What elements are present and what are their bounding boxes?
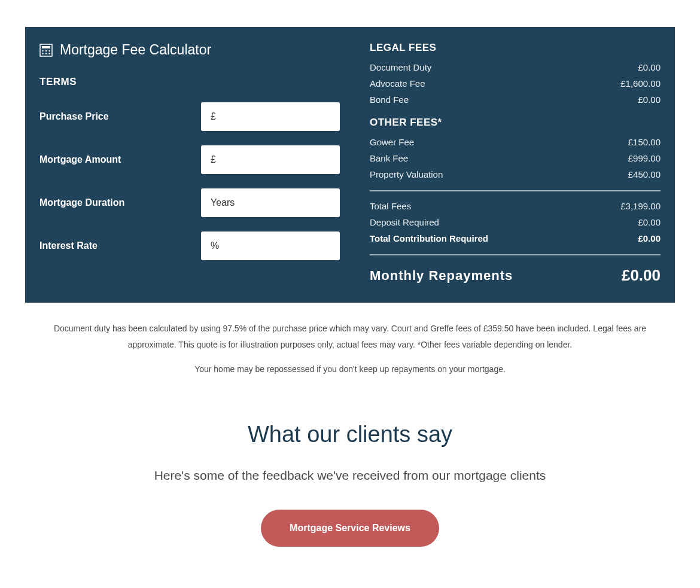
calculator-title-row: Mortgage Fee Calculator [39, 42, 340, 58]
mortgage-amount-label: Mortgage Amount [39, 154, 201, 165]
gower-fee-row: Gower Fee £150.00 [370, 137, 661, 147]
monthly-repayments-value: £0.00 [622, 266, 661, 285]
property-valuation-row: Property Valuation £450.00 [370, 169, 661, 179]
svg-point-4 [48, 50, 50, 51]
calculator-icon [39, 44, 53, 57]
svg-point-7 [48, 53, 50, 54]
bank-fee-label: Bank Fee [370, 153, 408, 163]
document-duty-row: Document Duty £0.00 [370, 62, 661, 72]
terms-column: Mortgage Fee Calculator TERMS Purchase P… [39, 42, 340, 285]
mortgage-reviews-button[interactable]: Mortgage Service Reviews [261, 510, 439, 547]
total-contribution-label: Total Contribution Required [370, 233, 488, 243]
total-contribution-value: £0.00 [638, 233, 661, 243]
bank-fee-row: Bank Fee £999.00 [370, 153, 661, 163]
svg-point-6 [45, 53, 47, 54]
deposit-required-row: Deposit Required £0.00 [370, 217, 661, 227]
purchase-price-row: Purchase Price [39, 102, 340, 131]
disclaimer-text-2: Your home may be repossessed if you don'… [36, 364, 664, 374]
terms-heading: TERMS [39, 76, 340, 88]
advocate-fee-label: Advocate Fee [370, 78, 425, 89]
calculator-title: Mortgage Fee Calculator [60, 42, 211, 58]
divider [370, 190, 661, 191]
monthly-repayments-label: Monthly Repayments [370, 268, 513, 284]
mortgage-duration-row: Mortgage Duration [39, 188, 340, 217]
svg-point-2 [42, 50, 43, 51]
deposit-required-value: £0.00 [638, 217, 661, 227]
mortgage-duration-label: Mortgage Duration [39, 197, 201, 208]
mortgage-amount-row: Mortgage Amount [39, 145, 340, 174]
advocate-fee-value: £1,600.00 [620, 78, 661, 89]
bond-fee-label: Bond Fee [370, 95, 409, 105]
deposit-required-label: Deposit Required [370, 217, 439, 227]
gower-fee-value: £150.00 [628, 137, 661, 147]
interest-rate-label: Interest Rate [39, 240, 201, 251]
other-fees-heading: OTHER FEES* [370, 117, 661, 129]
clients-subtitle: Here's some of the feedback we've receiv… [0, 468, 700, 483]
total-contribution-row: Total Contribution Required £0.00 [370, 233, 661, 243]
svg-point-3 [45, 50, 47, 51]
bank-fee-value: £999.00 [628, 153, 661, 163]
legal-fees-heading: LEGAL FEES [370, 42, 661, 54]
interest-rate-input[interactable] [201, 231, 340, 260]
total-fees-label: Total Fees [370, 201, 411, 211]
svg-rect-1 [42, 46, 50, 48]
monthly-repayments-row: Monthly Repayments £0.00 [370, 266, 661, 285]
mortgage-duration-input[interactable] [201, 188, 340, 217]
purchase-price-label: Purchase Price [39, 111, 201, 122]
gower-fee-label: Gower Fee [370, 137, 414, 147]
mortgage-amount-input[interactable] [201, 145, 340, 174]
total-fees-value: £3,199.00 [620, 201, 661, 211]
interest-rate-row: Interest Rate [39, 231, 340, 260]
advocate-fee-row: Advocate Fee £1,600.00 [370, 78, 661, 89]
total-fees-row: Total Fees £3,199.00 [370, 201, 661, 211]
bond-fee-value: £0.00 [638, 95, 661, 105]
divider [370, 254, 661, 255]
document-duty-label: Document Duty [370, 62, 431, 72]
svg-point-5 [42, 53, 43, 54]
document-duty-value: £0.00 [638, 62, 661, 72]
calculator-panel: Mortgage Fee Calculator TERMS Purchase P… [25, 27, 675, 303]
fees-column: LEGAL FEES Document Duty £0.00 Advocate … [370, 42, 661, 285]
property-valuation-value: £450.00 [628, 169, 661, 179]
bond-fee-row: Bond Fee £0.00 [370, 95, 661, 105]
disclaimer-text-1: Document duty has been calculated by usi… [36, 321, 664, 352]
property-valuation-label: Property Valuation [370, 169, 443, 179]
clients-section: What our clients say Here's some of the … [0, 422, 700, 547]
clients-title: What our clients say [0, 422, 700, 447]
purchase-price-input[interactable] [201, 102, 340, 131]
